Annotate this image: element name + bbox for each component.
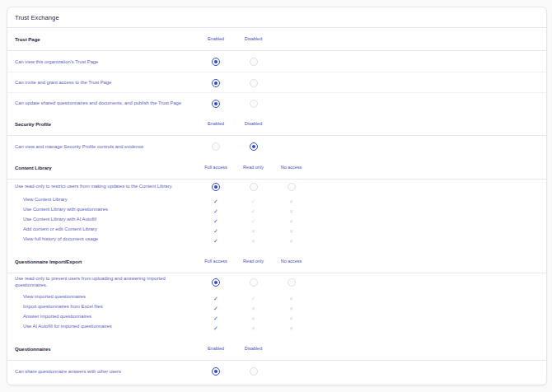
cross-icon: ✕: [251, 326, 255, 331]
column-header-enabled: Enabled: [197, 37, 235, 42]
radio-enabled-selected[interactable]: [212, 58, 220, 66]
permission-label: Can share questionnaire answers with oth…: [7, 368, 121, 375]
column-header-read-only: Read only: [235, 166, 273, 170]
radio-disabled[interactable]: [250, 367, 258, 376]
radio-no-access[interactable]: [288, 183, 296, 191]
cross-icon: ✕: [289, 326, 293, 331]
mark-cell-full-access: ✓: [197, 232, 235, 245]
option-cell-disabled: [235, 55, 273, 68]
sub-permission-row: Use AI Autofill for imported questionnai…: [7, 321, 546, 331]
permission-row: Can share questionnaire answers with oth…: [7, 361, 546, 381]
permission-label: Can update shared questionnaires and doc…: [7, 100, 181, 106]
section-header: Trust PageEnabledDisabled: [7, 28, 546, 51]
mark-cell-no-access: ✕: [273, 320, 311, 333]
sub-permission-list: View Content Library✓✓✕Use Content Libra…: [7, 193, 546, 250]
permission-label: Can invite and grant access to the Trust…: [7, 79, 111, 86]
radio-disabled[interactable]: [250, 58, 258, 66]
option-cell-disabled: [235, 96, 273, 110]
column-header-no-access: No access: [273, 259, 311, 264]
radio-enabled-selected[interactable]: [212, 79, 220, 87]
sub-permission-row: View full history of document usage✓✕✕: [7, 234, 546, 244]
sub-permission-label: Use AI Autofill for imported questionnai…: [7, 323, 112, 329]
section-questionnaires: QuestionnairesEnabledDisabledCan share q…: [7, 338, 546, 381]
column-header-no-access: No access: [273, 166, 311, 170]
cross-icon: ✕: [289, 239, 293, 244]
column-header-enabled: Enabled: [197, 347, 235, 352]
column-header-disabled: Disabled: [235, 37, 273, 42]
section-title: Questionnaire Import/Export: [7, 259, 82, 264]
sub-permission-label: Add content or edit Content Library: [7, 226, 97, 232]
column-header-disabled: Disabled: [235, 122, 273, 127]
check-icon: ✓: [213, 325, 218, 331]
cross-icon: ✕: [251, 239, 255, 244]
option-cell-read-only: [235, 180, 273, 193]
mark-cell-read-only: ✕: [235, 232, 273, 245]
section-trust-page: Trust PageEnabledDisabledCan view this o…: [7, 28, 546, 113]
permission-row: Can view this organization's Trust Page: [7, 51, 546, 72]
radio-read-only[interactable]: [250, 278, 258, 287]
radio-disabled-selected[interactable]: [250, 142, 258, 151]
section-title: Content Library: [7, 166, 52, 170]
permission-label: Can view this organization's Trust Page: [7, 58, 98, 65]
permissions-card: Trust Exchange Trust PageEnabledDisabled…: [7, 7, 547, 385]
sub-permission-label: View imported questionnaires: [7, 293, 86, 300]
column-header-full-access: Full access: [197, 166, 235, 170]
sub-permission-label: Use Content Library with AI Autofill: [7, 216, 96, 222]
option-cell-enabled: [197, 365, 235, 378]
column-header-disabled: Disabled: [235, 347, 273, 352]
radio-disabled[interactable]: [250, 100, 258, 108]
column-header-enabled: Enabled: [197, 122, 235, 127]
section-header: Security ProfileEnabledDisabled: [7, 113, 546, 136]
section-title: Security Profile: [7, 122, 51, 127]
permission-row: Can view and manage Security Profile con…: [7, 136, 546, 156]
sub-permission-list: View imported questionnaires✓✓✕Import qu…: [7, 290, 546, 338]
mark-cell-no-access: ✕: [273, 232, 311, 245]
option-cell-enabled: [197, 140, 235, 153]
permission-label: Use read-only to prevent users from uplo…: [7, 275, 192, 288]
radio-no-access[interactable]: [288, 278, 296, 287]
radio-read-only[interactable]: [250, 183, 258, 191]
radio-disabled[interactable]: [250, 79, 258, 87]
sections-list: Trust PageEnabledDisabledCan view this o…: [7, 28, 546, 381]
permission-row: Use read-only to prevent users from uplo…: [7, 273, 546, 290]
radio-full-access-selected[interactable]: [212, 278, 220, 287]
permission-row: Can invite and grant access to the Trust…: [7, 72, 546, 92]
option-cell-enabled: [197, 96, 235, 110]
sub-permission-label: Use Content Library with questionnaires: [7, 206, 108, 212]
radio-enabled-selected[interactable]: [212, 367, 220, 376]
mark-cell-read-only: ✕: [235, 320, 273, 333]
column-header-full-access: Full access: [197, 259, 235, 264]
permission-row: Use read-only to restrict users from mak…: [7, 180, 546, 193]
sub-permission-label: Import questionnaires from Excel files: [7, 303, 103, 310]
permission-row: Can update shared questionnaires and doc…: [7, 92, 546, 113]
check-icon: ✓: [213, 238, 218, 244]
sub-permission-label: View Content Library: [7, 196, 68, 203]
option-cell-full-access: [197, 180, 235, 193]
sub-permission-label: Answer imported questionnaires: [7, 313, 91, 320]
option-cell-disabled: [235, 365, 273, 378]
column-header-read-only: Read only: [235, 259, 273, 264]
sub-permission-label: View full history of document usage: [7, 236, 98, 242]
radio-enabled-selected[interactable]: [212, 100, 220, 108]
option-cell-disabled: [235, 140, 273, 153]
option-cell-full-access: [197, 275, 235, 288]
section-security-profile: Security ProfileEnabledDisabledCan view …: [7, 113, 546, 156]
option-cell-enabled: [197, 76, 235, 89]
radio-enabled[interactable]: [212, 142, 220, 151]
section-title: Questionnaires: [7, 347, 51, 352]
section-header: QuestionnairesEnabledDisabled: [7, 338, 546, 361]
option-cell-no-access: [273, 275, 311, 288]
page-title: Trust Exchange: [15, 14, 59, 21]
mark-cell-full-access: ✓: [197, 320, 235, 333]
section-questionnaire-import-export: Questionnaire Import/ExportFull accessRe…: [7, 250, 546, 338]
permission-label: Use read-only to restrict users from mak…: [7, 183, 173, 189]
section-header: Content LibraryFull accessRead onlyNo ac…: [7, 156, 546, 180]
section-content-library: Content LibraryFull accessRead onlyNo ac…: [7, 156, 546, 250]
option-cell-disabled: [235, 76, 273, 89]
card-title-bar: Trust Exchange: [7, 7, 546, 28]
section-header: Questionnaire Import/ExportFull accessRe…: [7, 250, 546, 273]
option-cell-enabled: [197, 55, 235, 68]
radio-full-access-selected[interactable]: [212, 183, 220, 191]
option-cell-read-only: [235, 275, 273, 288]
option-cell-no-access: [273, 180, 311, 193]
